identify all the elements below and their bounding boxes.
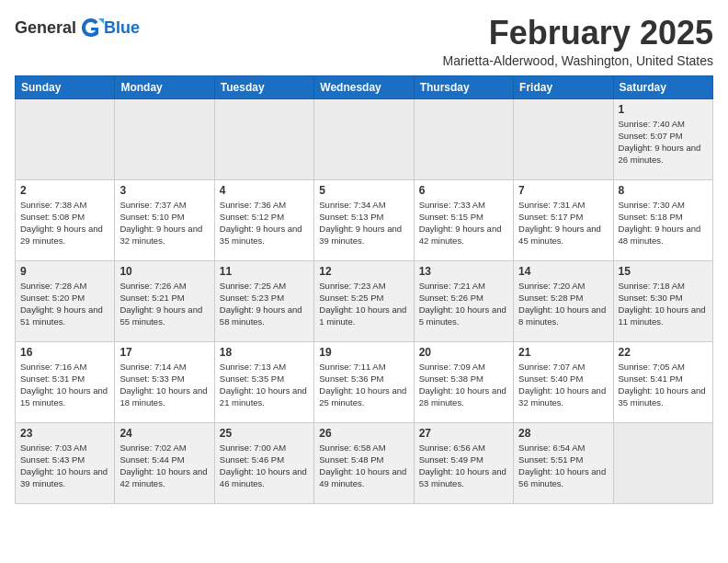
page-header: General Blue February 2025 Marietta-Alde… bbox=[15, 15, 713, 68]
calendar-day-cell: 1Sunrise: 7:40 AM Sunset: 5:07 PM Daylig… bbox=[613, 98, 712, 179]
day-info: Sunrise: 7:37 AM Sunset: 5:10 PM Dayligh… bbox=[119, 199, 209, 247]
calendar-day-cell: 24Sunrise: 7:02 AM Sunset: 5:44 PM Dayli… bbox=[115, 422, 214, 503]
calendar-day-cell bbox=[414, 98, 513, 179]
title-block: February 2025 Marietta-Alderwood, Washin… bbox=[443, 15, 713, 68]
calendar-day-cell: 4Sunrise: 7:36 AM Sunset: 5:12 PM Daylig… bbox=[214, 179, 313, 260]
calendar-day-cell: 12Sunrise: 7:23 AM Sunset: 5:25 PM Dayli… bbox=[314, 260, 414, 341]
calendar-day-cell: 8Sunrise: 7:30 AM Sunset: 5:18 PM Daylig… bbox=[613, 179, 712, 260]
day-number: 1 bbox=[619, 103, 708, 116]
calendar-day-cell: 18Sunrise: 7:13 AM Sunset: 5:35 PM Dayli… bbox=[214, 341, 313, 422]
day-number: 28 bbox=[518, 427, 608, 440]
calendar-week-row: 16Sunrise: 7:16 AM Sunset: 5:31 PM Dayli… bbox=[16, 341, 713, 422]
day-number: 5 bbox=[319, 184, 408, 197]
day-info: Sunrise: 7:18 AM Sunset: 5:30 PM Dayligh… bbox=[619, 280, 708, 328]
calendar-day-cell: 28Sunrise: 6:54 AM Sunset: 5:51 PM Dayli… bbox=[514, 422, 613, 503]
day-info: Sunrise: 6:58 AM Sunset: 5:48 PM Dayligh… bbox=[319, 442, 408, 490]
logo-general: General bbox=[15, 18, 76, 38]
calendar-table: SundayMondayTuesdayWednesdayThursdayFrid… bbox=[15, 75, 713, 504]
calendar-day-cell: 5Sunrise: 7:34 AM Sunset: 5:13 PM Daylig… bbox=[314, 179, 414, 260]
calendar-week-row: 23Sunrise: 7:03 AM Sunset: 5:43 PM Dayli… bbox=[16, 422, 713, 503]
day-info: Sunrise: 7:16 AM Sunset: 5:31 PM Dayligh… bbox=[20, 361, 109, 409]
day-info: Sunrise: 7:33 AM Sunset: 5:15 PM Dayligh… bbox=[419, 199, 508, 247]
day-number: 26 bbox=[319, 427, 408, 440]
day-number: 6 bbox=[419, 184, 508, 197]
day-info: Sunrise: 7:30 AM Sunset: 5:18 PM Dayligh… bbox=[619, 199, 708, 247]
day-info: Sunrise: 7:05 AM Sunset: 5:41 PM Dayligh… bbox=[619, 361, 708, 409]
calendar-week-row: 9Sunrise: 7:28 AM Sunset: 5:20 PM Daylig… bbox=[16, 260, 713, 341]
calendar-day-cell: 16Sunrise: 7:16 AM Sunset: 5:31 PM Dayli… bbox=[16, 341, 115, 422]
calendar-day-cell: 9Sunrise: 7:28 AM Sunset: 5:20 PM Daylig… bbox=[16, 260, 115, 341]
calendar-day-cell: 21Sunrise: 7:07 AM Sunset: 5:40 PM Dayli… bbox=[514, 341, 613, 422]
day-number: 16 bbox=[20, 346, 109, 359]
calendar-day-cell: 17Sunrise: 7:14 AM Sunset: 5:33 PM Dayli… bbox=[115, 341, 214, 422]
day-info: Sunrise: 7:03 AM Sunset: 5:43 PM Dayligh… bbox=[20, 442, 109, 490]
calendar-header-row: SundayMondayTuesdayWednesdayThursdayFrid… bbox=[16, 75, 713, 98]
day-number: 21 bbox=[518, 346, 608, 359]
day-number: 10 bbox=[119, 265, 209, 278]
calendar-day-cell: 26Sunrise: 6:58 AM Sunset: 5:48 PM Dayli… bbox=[314, 422, 414, 503]
day-info: Sunrise: 7:25 AM Sunset: 5:23 PM Dayligh… bbox=[220, 280, 309, 328]
logo-icon bbox=[78, 15, 104, 40]
day-info: Sunrise: 7:36 AM Sunset: 5:12 PM Dayligh… bbox=[220, 199, 309, 247]
calendar-day-cell: 11Sunrise: 7:25 AM Sunset: 5:23 PM Dayli… bbox=[214, 260, 313, 341]
calendar-day-cell: 10Sunrise: 7:26 AM Sunset: 5:21 PM Dayli… bbox=[115, 260, 214, 341]
calendar-weekday-saturday: Saturday bbox=[613, 75, 712, 98]
day-info: Sunrise: 7:28 AM Sunset: 5:20 PM Dayligh… bbox=[20, 280, 109, 328]
day-number: 15 bbox=[619, 265, 708, 278]
calendar-weekday-monday: Monday bbox=[115, 75, 214, 98]
day-info: Sunrise: 7:14 AM Sunset: 5:33 PM Dayligh… bbox=[119, 361, 209, 409]
day-number: 8 bbox=[619, 184, 708, 197]
day-number: 20 bbox=[419, 346, 508, 359]
calendar-day-cell bbox=[314, 98, 414, 179]
calendar-weekday-sunday: Sunday bbox=[16, 75, 115, 98]
day-info: Sunrise: 7:26 AM Sunset: 5:21 PM Dayligh… bbox=[119, 280, 209, 328]
calendar-day-cell bbox=[214, 98, 313, 179]
day-info: Sunrise: 7:34 AM Sunset: 5:13 PM Dayligh… bbox=[319, 199, 408, 247]
day-number: 3 bbox=[119, 184, 209, 197]
day-number: 19 bbox=[319, 346, 408, 359]
day-number: 13 bbox=[419, 265, 508, 278]
day-number: 12 bbox=[319, 265, 408, 278]
day-number: 17 bbox=[119, 346, 209, 359]
calendar-day-cell: 22Sunrise: 7:05 AM Sunset: 5:41 PM Dayli… bbox=[613, 341, 712, 422]
day-number: 23 bbox=[20, 427, 109, 440]
day-info: Sunrise: 7:13 AM Sunset: 5:35 PM Dayligh… bbox=[220, 361, 309, 409]
day-info: Sunrise: 7:38 AM Sunset: 5:08 PM Dayligh… bbox=[20, 199, 109, 247]
day-number: 25 bbox=[220, 427, 309, 440]
day-number: 7 bbox=[518, 184, 608, 197]
day-info: Sunrise: 6:54 AM Sunset: 5:51 PM Dayligh… bbox=[518, 442, 608, 490]
day-info: Sunrise: 7:23 AM Sunset: 5:25 PM Dayligh… bbox=[319, 280, 408, 328]
calendar-day-cell: 25Sunrise: 7:00 AM Sunset: 5:46 PM Dayli… bbox=[214, 422, 313, 503]
calendar-day-cell: 19Sunrise: 7:11 AM Sunset: 5:36 PM Dayli… bbox=[314, 341, 414, 422]
calendar-day-cell bbox=[613, 422, 712, 503]
calendar-day-cell: 6Sunrise: 7:33 AM Sunset: 5:15 PM Daylig… bbox=[414, 179, 513, 260]
day-number: 18 bbox=[220, 346, 309, 359]
calendar-weekday-friday: Friday bbox=[514, 75, 613, 98]
day-info: Sunrise: 7:20 AM Sunset: 5:28 PM Dayligh… bbox=[518, 280, 608, 328]
day-info: Sunrise: 7:21 AM Sunset: 5:26 PM Dayligh… bbox=[419, 280, 508, 328]
calendar-weekday-tuesday: Tuesday bbox=[214, 75, 313, 98]
calendar-day-cell: 2Sunrise: 7:38 AM Sunset: 5:08 PM Daylig… bbox=[16, 179, 115, 260]
day-info: Sunrise: 6:56 AM Sunset: 5:49 PM Dayligh… bbox=[419, 442, 508, 490]
day-info: Sunrise: 7:09 AM Sunset: 5:38 PM Dayligh… bbox=[419, 361, 508, 409]
location-title: Marietta-Alderwood, Washington, United S… bbox=[443, 53, 713, 68]
day-number: 9 bbox=[20, 265, 109, 278]
calendar-day-cell bbox=[514, 98, 613, 179]
month-title: February 2025 bbox=[443, 15, 713, 52]
calendar-day-cell: 3Sunrise: 7:37 AM Sunset: 5:10 PM Daylig… bbox=[115, 179, 214, 260]
day-info: Sunrise: 7:11 AM Sunset: 5:36 PM Dayligh… bbox=[319, 361, 408, 409]
day-info: Sunrise: 7:07 AM Sunset: 5:40 PM Dayligh… bbox=[518, 361, 608, 409]
day-number: 4 bbox=[220, 184, 309, 197]
calendar-day-cell: 13Sunrise: 7:21 AM Sunset: 5:26 PM Dayli… bbox=[414, 260, 513, 341]
day-number: 27 bbox=[419, 427, 508, 440]
day-info: Sunrise: 7:02 AM Sunset: 5:44 PM Dayligh… bbox=[119, 442, 209, 490]
calendar-day-cell bbox=[16, 98, 115, 179]
calendar-day-cell: 14Sunrise: 7:20 AM Sunset: 5:28 PM Dayli… bbox=[514, 260, 613, 341]
logo: General Blue bbox=[15, 15, 140, 40]
calendar-weekday-wednesday: Wednesday bbox=[314, 75, 414, 98]
day-number: 22 bbox=[619, 346, 708, 359]
day-info: Sunrise: 7:40 AM Sunset: 5:07 PM Dayligh… bbox=[619, 118, 708, 167]
calendar-day-cell: 15Sunrise: 7:18 AM Sunset: 5:30 PM Dayli… bbox=[613, 260, 712, 341]
day-number: 14 bbox=[518, 265, 608, 278]
day-number: 2 bbox=[20, 184, 109, 197]
